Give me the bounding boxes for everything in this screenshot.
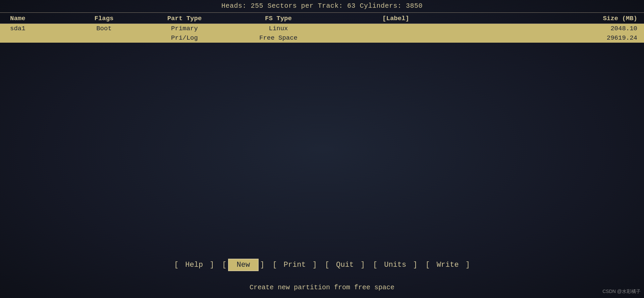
button-bar: [ Help ] [ New ] [ Print ] [ Quit ] [ Un…	[0, 259, 644, 271]
print-button-item[interactable]: [ Print ]	[271, 259, 318, 270]
table-row[interactable]: Pri/Log Free Space 29619.24	[0, 33, 644, 43]
partition-name: sda1	[0, 25, 67, 32]
help-button-item[interactable]: [ Help ]	[173, 259, 215, 270]
bracket-left: [	[372, 261, 379, 269]
bracket-left: [	[173, 261, 180, 269]
freespace-size: 29619.24	[463, 34, 644, 42]
units-button[interactable]: Units	[379, 259, 412, 270]
bracket-right: ]	[359, 261, 366, 269]
freespace-parttype: Pri/Log	[141, 34, 228, 42]
bracket-right: ]	[464, 261, 471, 269]
bracket-left: [	[424, 261, 431, 269]
bracket-left: [	[271, 261, 278, 269]
partition-table: Name Flags Part Type FS Type [Label] Siz…	[0, 12, 644, 43]
col-header-fstype: FS Type	[228, 15, 329, 22]
col-header-parttype: Part Type	[141, 15, 228, 22]
table-header-row: Name Flags Part Type FS Type [Label] Siz…	[0, 12, 644, 24]
col-header-size: Size (MB)	[463, 15, 644, 22]
disk-info-header: Heads: 255 Sectors per Track: 63 Cylinde…	[0, 0, 644, 10]
bracket-left: [	[324, 261, 331, 269]
new-button[interactable]: New	[228, 259, 259, 271]
quit-button-item[interactable]: [ Quit ]	[324, 259, 366, 270]
partition-parttype: Primary	[141, 25, 228, 32]
bracket-right: ]	[259, 261, 266, 269]
quit-button[interactable]: Quit	[331, 259, 359, 270]
print-button[interactable]: Print	[278, 259, 311, 270]
table-row[interactable]: sda1 Boot Primary Linux 2048.10	[0, 24, 644, 33]
write-button-item[interactable]: [ Write ]	[424, 259, 471, 270]
status-text: Create new partition from free space	[250, 284, 394, 291]
partition-size: 2048.10	[463, 25, 644, 32]
watermark: CSDN @水彩橘子	[602, 289, 641, 295]
new-button-item[interactable]: [ New ]	[221, 259, 266, 271]
help-button[interactable]: Help	[180, 259, 208, 270]
col-header-flags: Flags	[67, 15, 141, 22]
bracket-right: ]	[311, 261, 318, 269]
bracket-left: [	[221, 261, 228, 269]
main-screen: Heads: 255 Sectors per Track: 63 Cylinde…	[0, 0, 644, 298]
col-header-name: Name	[0, 15, 67, 22]
disk-info-text: Heads: 255 Sectors per Track: 63 Cylinde…	[221, 2, 423, 10]
status-bar: Create new partition from free space	[0, 284, 644, 291]
write-button[interactable]: Write	[431, 259, 464, 270]
col-header-label: [Label]	[329, 15, 463, 22]
bracket-right: ]	[208, 261, 215, 269]
freespace-fstype: Free Space	[228, 34, 329, 42]
units-button-item[interactable]: [ Units ]	[372, 259, 419, 270]
partition-fstype: Linux	[228, 25, 329, 32]
bracket-right: ]	[412, 261, 419, 269]
partition-flags: Boot	[67, 25, 141, 32]
